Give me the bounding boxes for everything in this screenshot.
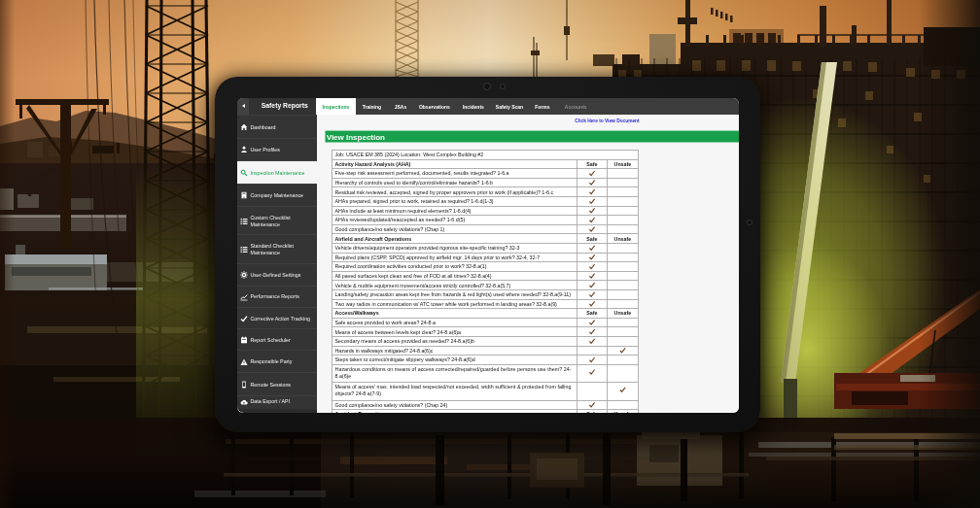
svg-text:AHAs reviewed/updated/reaccept: AHAs reviewed/updated/reaccepted as need… (334, 217, 465, 222)
svg-text:Vehicle drivers/equipment oper: Vehicle drivers/equipment operators prov… (334, 245, 519, 251)
svg-text:objects? 24-8.a(7-9): objects? 24-8.a(7-9) (334, 390, 381, 396)
svg-text:Vehicle & mobile equipment mov: Vehicle & mobile equipment movement/acce… (334, 283, 510, 288)
svg-text:Hazardous conditions on means: Hazardous conditions on means of access … (334, 366, 571, 372)
svg-text:Access/Walkways: Access/Walkways (334, 310, 378, 316)
svg-text:Five-step risk assessment perf: Five-step risk assessment performed, doc… (334, 170, 508, 176)
svg-text:Hierarchy of controls used to: Hierarchy of controls used to identify/c… (334, 180, 493, 186)
svg-text:Unsafe: Unsafe (613, 236, 631, 242)
svg-text:Safe: Safe (586, 411, 597, 414)
svg-text:Unsafe: Unsafe (613, 411, 631, 414)
svg-text:Safe access provided to work a: Safe access provided to work areas? 24-8… (334, 320, 435, 325)
svg-text:Residual risk reviewed, accept: Residual risk reviewed, accepted, signed… (334, 189, 553, 195)
svg-text:AHAs prepared, signed prior to: AHAs prepared, signed prior to work, ret… (334, 198, 493, 204)
svg-text:Hazards in walkways mitigated?: Hazards in walkways mitigated? 24-8.a(6)… (334, 348, 433, 354)
svg-text:Safe: Safe (586, 161, 597, 167)
svg-text:Click Here to View Document: Click Here to View Document (575, 119, 640, 123)
svg-text:Secondary means of access prov: Secondary means of access provided as ne… (334, 338, 473, 344)
svg-text:Required coordination activiti: Required coordination activities conduct… (334, 263, 486, 269)
svg-text:Safe: Safe (586, 310, 597, 316)
svg-text:AHAs include at least minimum: AHAs include at least minimum required e… (334, 208, 471, 214)
svg-text:Accident Prevention: Accident Prevention (334, 411, 384, 414)
svg-text:Means of access' max. intended: Means of access' max. intended load resp… (334, 384, 571, 389)
svg-text:All paved surfaces kept clean: All paved surfaces kept clean and free o… (334, 273, 491, 279)
svg-text:Job: USACE EM 385 (2024) Locat: Job: USACE EM 385 (2024) Location: West … (334, 152, 483, 157)
svg-text:Landing/safety precaution area: Landing/safety precaution areas kept fre… (334, 291, 571, 297)
svg-text:Airfield and Aircraft Operatio: Airfield and Aircraft Operations (334, 236, 411, 242)
svg-text:Unsafe: Unsafe (613, 310, 631, 316)
svg-text:Means of access between levels: Means of access between levels kept clea… (334, 329, 461, 335)
svg-text:8.a(6)e: 8.a(6)e (334, 373, 351, 379)
svg-text:Required plans (CSPP, SPCD) ap: Required plans (CSPP, SPCD) approved by … (334, 254, 540, 260)
svg-text:Safe: Safe (586, 236, 597, 242)
svg-text:Two way radios in communicatio: Two way radios in communication w/ ATC t… (334, 301, 557, 307)
svg-text:Unsafe: Unsafe (613, 161, 631, 167)
svg-text:Good compliance/no safety viol: Good compliance/no safety violations? (C… (334, 402, 447, 408)
svg-text:Activity Hazard Analysis (AHA): Activity Hazard Analysis (AHA) (334, 161, 410, 167)
svg-text:Steps taken to correct/mitigat: Steps taken to correct/mitigate slippery… (334, 356, 474, 362)
svg-text:Good compliance/no safety viol: Good compliance/no safety violations? (C… (334, 226, 444, 232)
svg-text:View Inspection: View Inspection (326, 133, 384, 142)
